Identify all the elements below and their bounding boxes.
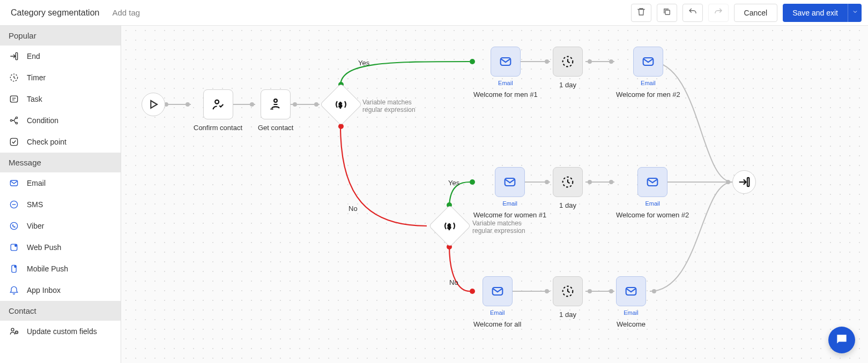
confirm-contact-node[interactable]: Confirm contact	[194, 89, 242, 132]
save-button[interactable]: Save and exit	[783, 4, 848, 22]
node-sublabel: Email	[645, 200, 660, 207]
sidebar-item-appinbox[interactable]: App Inbox	[0, 279, 121, 301]
timer-node-1[interactable]: 1 day	[553, 47, 583, 89]
save-button-group: Save and exit	[783, 4, 862, 22]
sidebar-item-label: Task	[27, 95, 42, 103]
sidebar-item-sms[interactable]: SMS	[0, 194, 121, 215]
chat-icon	[835, 332, 849, 348]
timer-icon	[9, 72, 19, 83]
variable-icon: $	[442, 218, 457, 233]
copy-button[interactable]	[657, 4, 677, 22]
svg-point-5	[16, 117, 17, 118]
email-all-node[interactable]: Email Welcome for all	[473, 276, 521, 328]
svg-point-10	[10, 222, 17, 229]
condition-node-2[interactable]: $	[435, 211, 465, 241]
port	[609, 180, 613, 184]
clock-icon	[560, 175, 575, 190]
sidebar-item-label: Timer	[27, 73, 46, 82]
svg-point-12	[15, 245, 17, 246]
sidebar-item-label: App Inbox	[27, 286, 61, 294]
email-men2-node[interactable]: Email Welcome for men #2	[616, 47, 680, 99]
start-node[interactable]	[142, 93, 165, 116]
port	[588, 289, 592, 293]
sidebar-item-timer[interactable]: Timer	[0, 67, 121, 88]
svg-point-14	[14, 266, 16, 267]
clock-icon	[560, 54, 575, 69]
timer-node-2[interactable]: 1 day	[553, 167, 583, 209]
page-title: Category segmentation	[11, 8, 99, 18]
condition-node-1[interactable]: $	[326, 89, 356, 119]
sidebar-item-label: Update custom fields	[27, 327, 97, 336]
end-node[interactable]	[732, 170, 756, 194]
node-sublabel: Email	[502, 200, 517, 207]
undo-icon	[688, 7, 698, 18]
node-sublabel: Email	[624, 309, 639, 316]
sidebar-item-viber[interactable]: Viber	[0, 215, 121, 237]
mobilepush-icon	[9, 263, 19, 274]
chevron-down-icon	[852, 9, 858, 17]
sidebar-section-popular: Popular	[0, 26, 121, 46]
sidebar-item-task[interactable]: Task	[0, 88, 121, 110]
cancel-button[interactable]: Cancel	[734, 4, 778, 22]
port	[186, 102, 190, 107]
timer-node-3[interactable]: 1 day	[553, 276, 583, 319]
sidebar-item-email[interactable]: Email	[0, 172, 121, 194]
port	[609, 59, 613, 64]
email-welcome-node[interactable]: Email Welcome	[616, 276, 646, 328]
email-women2-node[interactable]: Email Welcome for women #2	[616, 167, 689, 219]
chat-fab[interactable]	[828, 327, 855, 353]
play-icon	[146, 97, 161, 112]
sidebar-item-checkpoint[interactable]: Check point	[0, 131, 121, 153]
email-men1-node[interactable]: Email Welcome for men #1	[473, 47, 538, 99]
sidebar-item-end[interactable]: End	[0, 46, 121, 67]
condition-icon	[9, 115, 19, 126]
updatefields-icon	[9, 326, 19, 337]
node-label: Confirm contact	[194, 124, 242, 132]
port	[652, 289, 656, 293]
sidebar-section-message: Message	[0, 153, 121, 172]
task-icon	[9, 94, 19, 104]
sidebar-item-webpush[interactable]: Web Push	[0, 237, 121, 258]
hand-person-icon	[268, 97, 283, 112]
sidebar-section-contact: Contact	[0, 301, 121, 321]
email-women1-node[interactable]: Email Welcome for women #1	[473, 167, 546, 219]
node-sublabel: Email	[490, 309, 505, 316]
svg-rect-39	[747, 178, 750, 186]
add-tag-link[interactable]: Add tag	[112, 8, 140, 17]
svg-point-27	[274, 99, 277, 102]
node-sublabel: Email	[498, 80, 513, 86]
mail-icon	[490, 284, 505, 299]
undo-button[interactable]	[682, 4, 703, 22]
svg-rect-0	[665, 10, 670, 14]
condition-caption-2: Variable matches regular expression	[472, 220, 542, 235]
node-label: Welcome for women #2	[616, 211, 689, 219]
mail-icon	[645, 175, 660, 190]
port	[609, 289, 613, 293]
svg-point-26	[215, 100, 219, 104]
trash-icon	[636, 7, 646, 18]
sms-icon	[9, 199, 19, 210]
svg-point-16	[16, 331, 18, 334]
condition-caption: Variable matches regular expression	[362, 99, 432, 114]
node-label: Welcome for men #2	[616, 90, 680, 99]
appinbox-icon	[9, 285, 19, 296]
email-icon	[9, 178, 19, 188]
svg-text:$: $	[447, 223, 451, 230]
sidebar-item-label: Check point	[27, 138, 66, 146]
node-sublabel: Email	[641, 80, 656, 86]
delete-button[interactable]	[631, 4, 651, 22]
sidebar-item-label: Web Push	[27, 243, 61, 252]
redo-button[interactable]	[708, 4, 729, 22]
port	[588, 180, 592, 184]
workflow-canvas[interactable]: Confirm contact Get contact $ Variable m…	[121, 26, 868, 363]
save-dropdown-button[interactable]	[848, 4, 862, 22]
svg-point-6	[16, 122, 17, 124]
sidebar-item-updatefields[interactable]: Update custom fields	[0, 321, 121, 342]
get-contact-node[interactable]: Get contact	[258, 89, 293, 132]
node-label: Get contact	[258, 124, 293, 132]
sidebar-item-mobilepush[interactable]: Mobile Push	[0, 258, 121, 279]
svg-rect-3	[10, 96, 17, 102]
main: Popular End Timer Task Condition Check p…	[0, 26, 868, 363]
node-label: Welcome for all	[473, 320, 521, 328]
sidebar-item-condition[interactable]: Condition	[0, 110, 121, 131]
